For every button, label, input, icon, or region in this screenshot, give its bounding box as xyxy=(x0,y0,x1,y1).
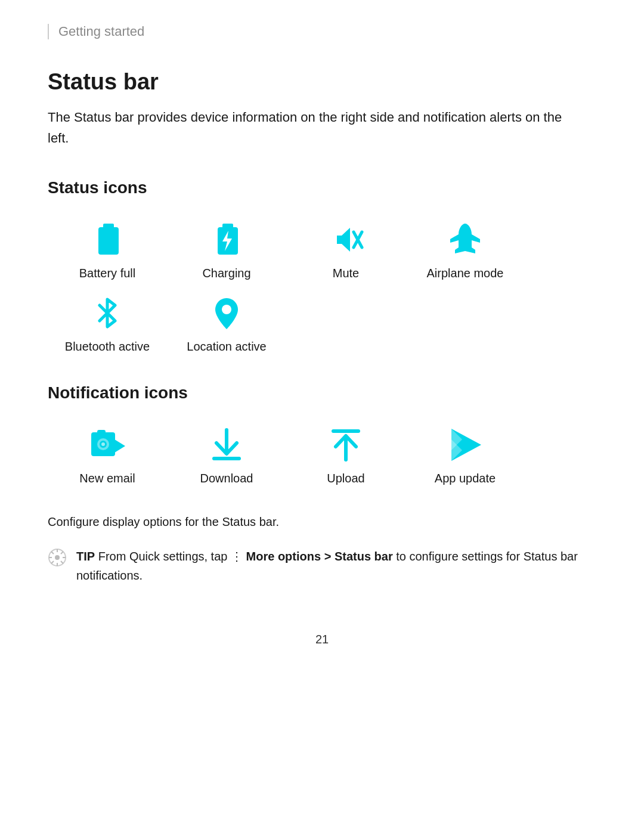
notification-icon-email: New email xyxy=(48,424,167,485)
svg-marker-13 xyxy=(113,438,125,454)
tip-keyword: TIP xyxy=(76,550,95,563)
svg-line-30 xyxy=(51,561,54,563)
svg-line-28 xyxy=(61,561,63,563)
bluetooth-icon xyxy=(86,292,128,334)
svg-rect-1 xyxy=(103,224,114,228)
charging-icon xyxy=(206,219,247,261)
page-number: 21 xyxy=(48,633,596,646)
svg-rect-12 xyxy=(97,430,106,433)
tip-bold-text: More options > Status bar xyxy=(246,550,393,563)
tip-icon xyxy=(48,548,67,572)
tip-text1: From Quick settings, tap xyxy=(95,550,231,563)
app-update-label: App update xyxy=(435,472,496,485)
location-label: Location active xyxy=(187,340,266,354)
status-icon-location: Location active xyxy=(167,292,286,354)
configure-text: Configure display options for the Status… xyxy=(48,515,596,529)
page-title: Status bar xyxy=(48,69,596,95)
status-icons-grid: Battery full Charging Mute Airplane mode xyxy=(48,219,596,354)
status-icon-charging: Charging xyxy=(167,219,286,280)
svg-line-29 xyxy=(61,552,63,554)
status-icon-battery-full: Battery full xyxy=(48,219,167,280)
tip-box: TIP From Quick settings, tap ⋮ More opti… xyxy=(48,547,584,585)
tip-more-options-icon: ⋮ xyxy=(231,550,246,563)
mute-label: Mute xyxy=(333,267,359,280)
notification-icons-grid: New email Download Upload App update xyxy=(48,424,596,485)
svg-line-27 xyxy=(51,552,54,554)
intro-text: The Status bar provides device informati… xyxy=(48,107,584,148)
airplane-label: Airplane mode xyxy=(427,267,504,280)
upload-label: Upload xyxy=(327,472,364,485)
airplane-icon xyxy=(444,219,486,261)
svg-point-22 xyxy=(55,555,60,560)
bluetooth-label: Bluetooth active xyxy=(65,340,150,354)
notification-icon-app-update: App update xyxy=(405,424,525,485)
status-icons-heading: Status icons xyxy=(48,178,596,197)
new-email-icon xyxy=(86,424,128,466)
notification-icons-heading: Notification icons xyxy=(48,383,596,402)
notification-icon-upload: Upload xyxy=(286,424,405,485)
upload-icon xyxy=(325,424,367,466)
status-icon-mute: Mute xyxy=(286,219,405,280)
breadcrumb: Getting started xyxy=(48,24,596,39)
notification-icon-download: Download xyxy=(167,424,286,485)
app-update-icon xyxy=(444,424,486,466)
svg-point-11 xyxy=(101,442,105,446)
new-email-label: New email xyxy=(79,472,135,485)
location-icon xyxy=(206,292,247,334)
status-icon-bluetooth: Bluetooth active xyxy=(48,292,167,354)
download-label: Download xyxy=(200,472,253,485)
status-icon-airplane: Airplane mode xyxy=(405,219,525,280)
svg-rect-3 xyxy=(222,224,233,228)
charging-label: Charging xyxy=(202,267,250,280)
tip-content: TIP From Quick settings, tap ⋮ More opti… xyxy=(76,547,584,585)
svg-rect-0 xyxy=(98,227,119,255)
battery-full-icon xyxy=(86,219,128,261)
mute-icon xyxy=(325,219,367,261)
download-icon xyxy=(206,424,247,466)
battery-full-label: Battery full xyxy=(79,267,135,280)
svg-point-7 xyxy=(222,305,231,314)
